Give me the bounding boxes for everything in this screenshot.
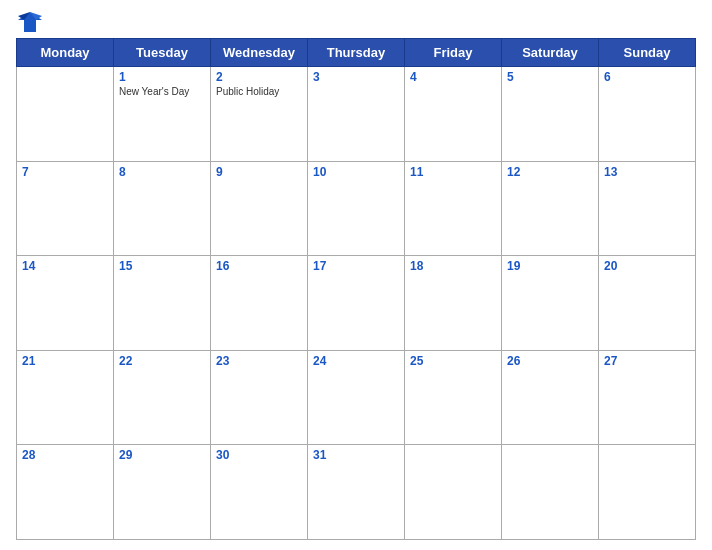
calendar-cell: 6: [599, 67, 696, 162]
day-number: 23: [216, 354, 302, 368]
day-number: 7: [22, 165, 108, 179]
day-number: 12: [507, 165, 593, 179]
calendar-cell: 20: [599, 256, 696, 351]
day-number: 11: [410, 165, 496, 179]
calendar-cell: 9: [211, 161, 308, 256]
weekday-header: Wednesday: [211, 39, 308, 67]
calendar-cell: 24: [308, 350, 405, 445]
weekday-header: Tuesday: [114, 39, 211, 67]
day-number: 19: [507, 259, 593, 273]
calendar-cell: [502, 445, 599, 540]
calendar-cell: 11: [405, 161, 502, 256]
calendar-cell: 18: [405, 256, 502, 351]
logo-bird-icon: [16, 10, 44, 34]
calendar-cell: 16: [211, 256, 308, 351]
calendar-cell: 22: [114, 350, 211, 445]
weekday-header: Thursday: [308, 39, 405, 67]
calendar-cell: 2Public Holiday: [211, 67, 308, 162]
calendar-week-row: 1New Year's Day2Public Holiday3456: [17, 67, 696, 162]
calendar-week-row: 21222324252627: [17, 350, 696, 445]
calendar-cell: 17: [308, 256, 405, 351]
calendar-week-row: 78910111213: [17, 161, 696, 256]
weekday-header: Sunday: [599, 39, 696, 67]
calendar-cell: 31: [308, 445, 405, 540]
calendar-cell: 28: [17, 445, 114, 540]
calendar-cell: 26: [502, 350, 599, 445]
day-number: 24: [313, 354, 399, 368]
day-number: 18: [410, 259, 496, 273]
calendar-cell: 7: [17, 161, 114, 256]
calendar-cell: [599, 445, 696, 540]
day-number: 10: [313, 165, 399, 179]
day-number: 14: [22, 259, 108, 273]
day-number: 9: [216, 165, 302, 179]
calendar-cell: 25: [405, 350, 502, 445]
calendar-header: MondayTuesdayWednesdayThursdayFridaySatu…: [17, 39, 696, 67]
day-number: 27: [604, 354, 690, 368]
day-number: 15: [119, 259, 205, 273]
top-bar: [16, 10, 696, 34]
day-number: 13: [604, 165, 690, 179]
calendar-week-row: 28293031: [17, 445, 696, 540]
day-number: 26: [507, 354, 593, 368]
calendar-cell: 15: [114, 256, 211, 351]
calendar-cell: 19: [502, 256, 599, 351]
calendar-cell: 21: [17, 350, 114, 445]
calendar-cell: 13: [599, 161, 696, 256]
calendar-cell: 5: [502, 67, 599, 162]
calendar-week-row: 14151617181920: [17, 256, 696, 351]
calendar-body: 1New Year's Day2Public Holiday3456789101…: [17, 67, 696, 540]
weekday-row: MondayTuesdayWednesdayThursdayFridaySatu…: [17, 39, 696, 67]
day-number: 2: [216, 70, 302, 84]
logo: [16, 10, 48, 34]
day-number: 5: [507, 70, 593, 84]
day-number: 31: [313, 448, 399, 462]
calendar-cell: 29: [114, 445, 211, 540]
day-number: 29: [119, 448, 205, 462]
calendar-cell: 1New Year's Day: [114, 67, 211, 162]
calendar-cell: 14: [17, 256, 114, 351]
calendar-cell: 30: [211, 445, 308, 540]
day-number: 20: [604, 259, 690, 273]
day-number: 16: [216, 259, 302, 273]
calendar-cell: 4: [405, 67, 502, 162]
calendar-cell: [405, 445, 502, 540]
day-number: 1: [119, 70, 205, 84]
day-number: 8: [119, 165, 205, 179]
day-number: 25: [410, 354, 496, 368]
weekday-header: Saturday: [502, 39, 599, 67]
day-number: 17: [313, 259, 399, 273]
calendar-cell: 3: [308, 67, 405, 162]
weekday-header: Monday: [17, 39, 114, 67]
calendar-cell: 10: [308, 161, 405, 256]
day-number: 3: [313, 70, 399, 84]
day-number: 30: [216, 448, 302, 462]
holiday-label: Public Holiday: [216, 86, 302, 97]
day-number: 4: [410, 70, 496, 84]
day-number: 21: [22, 354, 108, 368]
calendar-cell: 27: [599, 350, 696, 445]
calendar-table: MondayTuesdayWednesdayThursdayFridaySatu…: [16, 38, 696, 540]
weekday-header: Friday: [405, 39, 502, 67]
calendar-cell: 8: [114, 161, 211, 256]
holiday-label: New Year's Day: [119, 86, 205, 97]
calendar-cell: 23: [211, 350, 308, 445]
day-number: 28: [22, 448, 108, 462]
day-number: 6: [604, 70, 690, 84]
day-number: 22: [119, 354, 205, 368]
calendar-cell: [17, 67, 114, 162]
calendar-cell: 12: [502, 161, 599, 256]
